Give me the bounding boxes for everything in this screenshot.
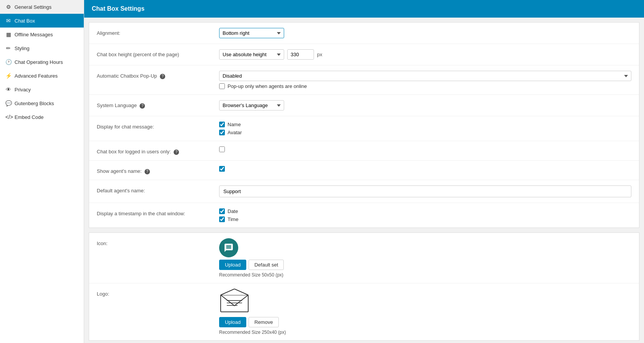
agent-name-content bbox=[219, 166, 631, 172]
eye-icon: 👁 bbox=[5, 86, 11, 93]
icon-buttons: Upload Default set bbox=[219, 260, 631, 270]
alignment-content: Bottom right Bottom left Top right Top l… bbox=[219, 28, 631, 38]
icon-default-button[interactable]: Default set bbox=[249, 260, 284, 270]
timestamp-label: Display a timestamp in the chat window: bbox=[97, 208, 219, 216]
pencil-icon: ✏ bbox=[5, 45, 11, 51]
display-name-label: Name bbox=[228, 122, 241, 127]
popup-row: Automatic Chatbox Pop-Up ? Disabled 5 se… bbox=[89, 65, 639, 95]
height-label: Chat box height (percent of the page) bbox=[97, 49, 219, 57]
sidebar-item-offline-messages[interactable]: ▦ Offline Messages bbox=[0, 28, 84, 41]
default-agent-content bbox=[219, 185, 631, 197]
popup-label: Automatic Chatbox Pop-Up ? bbox=[97, 71, 219, 79]
height-row: Chat box height (percent of the page) Us… bbox=[89, 44, 639, 65]
sidebar-item-label: Chat Box bbox=[15, 18, 35, 24]
default-agent-label: Default agent's name: bbox=[97, 185, 219, 193]
alignment-label: Alignment: bbox=[97, 28, 219, 36]
alignment-row: Alignment: Bottom right Bottom left Top … bbox=[89, 23, 639, 44]
language-label: System Language ? bbox=[97, 100, 219, 109]
chat-icon-preview bbox=[219, 238, 238, 257]
logo-label: Logo: bbox=[97, 289, 219, 297]
settings-section: Alignment: Bottom right Bottom left Top … bbox=[89, 22, 639, 228]
icon-row: Icon: Upload Default set Recommended Siz… bbox=[89, 233, 639, 283]
popup-agents-label: Pop-up only when agents are online bbox=[228, 83, 307, 89]
logo-content: Upload Remove Recommended Size 250x40 (p… bbox=[219, 289, 631, 335]
sidebar-item-label: Gutenberg Blocks bbox=[15, 101, 54, 106]
language-content: Browser's Language English French Spanis… bbox=[219, 100, 631, 111]
language-row: System Language ? Browser's Language Eng… bbox=[89, 95, 639, 116]
logo-rec-size: Recommended Size 250x40 (px) bbox=[219, 330, 631, 335]
display-avatar-row: Avatar bbox=[219, 130, 631, 135]
clock-icon: 🕐 bbox=[5, 59, 11, 65]
main-content: Chat Box Settings Alignment: Bottom righ… bbox=[84, 0, 644, 343]
icon-label: Icon: bbox=[97, 238, 219, 246]
icon-upload-button[interactable]: Upload bbox=[219, 260, 246, 270]
sidebar-item-advanced-features[interactable]: ⚡ Advanced Features bbox=[0, 69, 84, 83]
sidebar-item-label: General Settings bbox=[15, 4, 52, 10]
sidebar-item-embed-code[interactable]: </> Embed Code bbox=[0, 110, 84, 124]
sidebar-item-label: Offline Messages bbox=[15, 32, 53, 37]
sidebar-item-label: Advanced Features bbox=[15, 73, 58, 79]
logged-users-content bbox=[219, 146, 631, 152]
px-unit: px bbox=[317, 52, 322, 57]
agent-name-help-icon[interactable]: ? bbox=[145, 169, 150, 174]
sidebar-item-label: Privacy bbox=[15, 87, 31, 93]
sidebar: ⚙ General Settings ✉ Chat Box ▦ Offline … bbox=[0, 0, 84, 343]
logged-users-help-icon[interactable]: ? bbox=[174, 150, 179, 155]
display-avatar-label: Avatar bbox=[228, 130, 242, 135]
sidebar-item-general-settings[interactable]: ⚙ General Settings bbox=[0, 0, 84, 14]
timestamp-time-label: Time bbox=[228, 216, 238, 222]
logged-users-row: Chat box for logged in users only: ? bbox=[89, 141, 639, 161]
sidebar-item-chat-operating-hours[interactable]: 🕐 Chat Operating Hours bbox=[0, 55, 84, 69]
sidebar-item-privacy[interactable]: 👁 Privacy bbox=[0, 83, 84, 96]
sidebar-item-label: Embed Code bbox=[15, 114, 44, 120]
timestamp-time-row: Time bbox=[219, 216, 631, 222]
height-value-input[interactable] bbox=[287, 49, 314, 60]
timestamp-date-checkbox[interactable] bbox=[219, 208, 225, 214]
logo-buttons: Upload Remove bbox=[219, 317, 631, 327]
popup-select[interactable]: Disabled 5 seconds 10 seconds 30 seconds bbox=[219, 71, 631, 81]
timestamp-row: Display a timestamp in the chat window: … bbox=[89, 203, 639, 228]
chat-icon: 💬 bbox=[5, 100, 11, 106]
timestamp-content: Date Time bbox=[219, 208, 631, 222]
display-avatar-checkbox[interactable] bbox=[219, 130, 225, 135]
icon-rec-size: Recommended Size 50x50 (px) bbox=[219, 272, 631, 278]
logo-upload-button[interactable]: Upload bbox=[219, 317, 246, 327]
popup-agents-row: Pop-up only when agents are online bbox=[219, 83, 631, 89]
display-message-content: Name Avatar bbox=[219, 122, 631, 135]
timestamp-date-label: Date bbox=[228, 208, 238, 214]
logo-preview bbox=[219, 289, 631, 315]
sidebar-item-chat-box[interactable]: ✉ Chat Box bbox=[0, 14, 84, 28]
alignment-select[interactable]: Bottom right Bottom left Top right Top l… bbox=[219, 28, 284, 38]
timestamp-time-checkbox[interactable] bbox=[219, 216, 225, 222]
sidebar-item-gutenberg-blocks[interactable]: 💬 Gutenberg Blocks bbox=[0, 96, 84, 110]
popup-agents-checkbox[interactable] bbox=[219, 83, 225, 89]
popup-content: Disabled 5 seconds 10 seconds 30 seconds… bbox=[219, 71, 631, 89]
popup-help-icon[interactable]: ? bbox=[160, 74, 165, 79]
icon-logo-section: Icon: Upload Default set Recommended Siz… bbox=[89, 232, 639, 341]
display-message-label: Display for chat message: bbox=[97, 122, 219, 130]
display-message-row: Display for chat message: Name Avatar bbox=[89, 116, 639, 141]
display-name-row: Name bbox=[219, 122, 631, 127]
icon-content: Upload Default set Recommended Size 50x5… bbox=[219, 238, 631, 278]
language-select[interactable]: Browser's Language English French Spanis… bbox=[219, 100, 284, 111]
lightning-icon: ⚡ bbox=[5, 73, 11, 79]
agent-name-checkbox[interactable] bbox=[219, 166, 225, 172]
sidebar-item-styling[interactable]: ✏ Styling bbox=[0, 41, 84, 55]
sidebar-item-label: Chat Operating Hours bbox=[15, 59, 63, 65]
page-title: Chat Box Settings bbox=[84, 0, 644, 18]
language-help-icon[interactable]: ? bbox=[140, 103, 145, 109]
height-content: Use absolute height Percent of page px bbox=[219, 49, 631, 60]
logged-users-checkbox[interactable] bbox=[219, 146, 225, 152]
gear-icon: ⚙ bbox=[5, 4, 11, 10]
code-icon: </> bbox=[5, 114, 11, 120]
display-name-checkbox[interactable] bbox=[219, 122, 225, 127]
logged-users-label: Chat box for logged in users only: ? bbox=[97, 146, 219, 155]
sidebar-item-label: Styling bbox=[15, 46, 29, 51]
logo-row: Logo: bbox=[89, 283, 639, 340]
envelope-icon: ✉ bbox=[5, 18, 11, 24]
timestamp-date-row: Date bbox=[219, 208, 631, 214]
logo-remove-button[interactable]: Remove bbox=[249, 317, 278, 327]
default-agent-input[interactable] bbox=[219, 185, 631, 197]
height-type-select[interactable]: Use absolute height Percent of page bbox=[219, 49, 284, 60]
offline-icon: ▦ bbox=[5, 31, 11, 37]
